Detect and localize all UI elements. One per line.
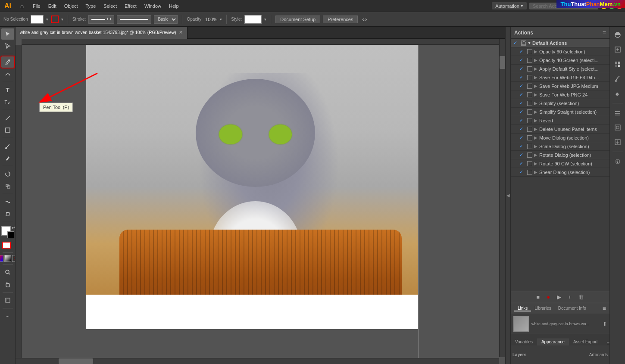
action-item-7[interactable]: ✓ ▶ Simplify (selection) xyxy=(511,99,609,108)
swap-colors-icon[interactable]: ⇄ xyxy=(12,225,15,230)
action-item-1[interactable]: ✓ ▶ Opacity 60 (selection) xyxy=(511,47,609,56)
none-mode-btn[interactable]: ✕ xyxy=(12,255,16,262)
panel-icon-1[interactable] xyxy=(611,28,624,41)
action-item-8[interactable]: ✓ ▶ Simplify Straight (selection) xyxy=(511,108,609,116)
actions-group-default[interactable]: ✓ ▾ Default Actions xyxy=(511,39,609,47)
touch-type-tool[interactable]: T↙ xyxy=(1,96,14,108)
line-tool[interactable] xyxy=(1,112,14,124)
action-item-11[interactable]: ✓ ▶ Move Dialog (selection) xyxy=(511,134,609,142)
horizontal-scrollbar-thumb[interactable] xyxy=(59,358,93,364)
zoom-tool[interactable] xyxy=(1,267,14,278)
action-item-14[interactable]: ✓ ▶ Rotate 90 CW (selection) xyxy=(511,159,609,168)
panel-icon-4[interactable] xyxy=(611,72,624,85)
stop-btn[interactable]: ■ xyxy=(534,293,541,301)
action-item-9[interactable]: ✓ ▶ Revert xyxy=(511,116,609,125)
menu-file[interactable]: File xyxy=(29,0,44,12)
menu-select[interactable]: Select xyxy=(100,0,120,12)
background-color[interactable] xyxy=(7,231,14,238)
asset-export-tab[interactable]: Asset Export xyxy=(569,338,602,345)
libraries-tab[interactable]: Libraries xyxy=(531,306,554,311)
action-item-15[interactable]: ✓ ▶ Shear Dialog (selection) xyxy=(511,168,609,177)
appearance-tab[interactable]: Appearance xyxy=(537,338,569,345)
panel-icon-9[interactable] xyxy=(611,155,624,168)
doc-setup-button[interactable]: Document Setup xyxy=(275,16,320,23)
delete-action-btn[interactable]: 🗑 xyxy=(577,293,586,301)
layers-label[interactable]: Layers xyxy=(512,352,526,357)
links-tab[interactable]: Links xyxy=(514,306,531,311)
vertical-scrollbar[interactable] xyxy=(499,39,505,357)
direct-selection-tool[interactable] xyxy=(1,40,14,52)
group-box[interactable] xyxy=(521,40,526,46)
gradient-mode-btn[interactable] xyxy=(4,255,11,262)
action-item-13[interactable]: ✓ ▶ Rotate Dialog (selection) xyxy=(511,151,609,159)
doc-info-tab[interactable]: Document Info xyxy=(555,306,590,311)
menu-object[interactable]: Object xyxy=(61,0,81,12)
new-action-btn[interactable]: + xyxy=(566,293,573,301)
scale-tool[interactable] xyxy=(1,180,14,192)
color-mode-btn[interactable] xyxy=(0,255,3,262)
warp-tool[interactable] xyxy=(1,196,14,208)
panel-icon-2[interactable] xyxy=(611,43,624,56)
tool-separator-7 xyxy=(3,222,13,222)
action-item-10[interactable]: ✓ ▶ Delete Unused Panel Items xyxy=(511,125,609,134)
more-tools[interactable]: ··· xyxy=(1,311,14,322)
pencil-tool[interactable] xyxy=(1,152,14,164)
style-box[interactable] xyxy=(244,15,262,24)
action-item-2[interactable]: ✓ ▶ Opacity 40 Screen (selecti... xyxy=(511,56,609,65)
panel-icon-7[interactable] xyxy=(611,121,624,134)
menu-help[interactable]: Help xyxy=(166,0,182,12)
variables-tab[interactable]: Variables xyxy=(511,338,537,345)
canvas-area: white-and-gray-cat-in-brown-woven-basket… xyxy=(16,27,505,364)
play-btn[interactable]: ▶ xyxy=(555,293,563,301)
menu-edit[interactable]: Edit xyxy=(45,0,60,12)
stroke-arrow-icon[interactable]: ▾ xyxy=(61,17,63,22)
rectangle-tool[interactable] xyxy=(1,124,14,136)
opacity-arrow-icon[interactable]: ▾ xyxy=(220,17,222,22)
action-item-12[interactable]: ✓ ▶ Scale Dialog (selection) xyxy=(511,142,609,151)
horizontal-scrollbar[interactable] xyxy=(16,358,499,364)
menu-window[interactable]: Window xyxy=(141,0,165,12)
stroke-color-box[interactable] xyxy=(51,16,59,23)
selection-tool[interactable] xyxy=(1,28,14,40)
vertical-scrollbar-thumb[interactable] xyxy=(500,56,505,69)
panel-icon-5[interactable]: ♣ xyxy=(611,87,624,100)
hand-tool[interactable] xyxy=(1,279,14,290)
color-boxes[interactable]: ⇄ xyxy=(1,226,14,238)
resize-icon[interactable]: ⇔ xyxy=(362,16,367,23)
free-distort-tool[interactable] xyxy=(1,208,14,220)
panel-icon-6[interactable] xyxy=(611,106,624,119)
link-embed-icon[interactable]: ⬆ xyxy=(603,321,607,327)
stroke-width-input[interactable]: ⬆⬇ xyxy=(88,15,114,24)
automation-button[interactable]: Automation ▾ xyxy=(492,2,527,9)
links-menu-icon[interactable]: ≡ xyxy=(603,305,606,312)
paintbrush-tool[interactable] xyxy=(1,140,14,152)
document-tab[interactable]: white-and-gray-cat-in-brown-woven-basket… xyxy=(16,27,188,39)
action-item-6[interactable]: ✓ ▶ Save For Web PNG 24 xyxy=(511,90,609,99)
pen-tool[interactable] xyxy=(1,56,14,68)
rotate-tool[interactable] xyxy=(1,168,14,180)
action-item-5[interactable]: ✓ ▶ Save For Web JPG Medium xyxy=(511,82,609,90)
group-expand-icon[interactable]: ▾ xyxy=(528,40,531,46)
stroke-style-selector[interactable] xyxy=(117,15,151,24)
panel-icon-8[interactable] xyxy=(611,136,624,149)
action-item-3[interactable]: ✓ ▶ Apply Default Style (select... xyxy=(511,65,609,73)
type-tool[interactable]: T xyxy=(1,84,14,96)
panel-icon-3[interactable] xyxy=(611,58,624,71)
menu-effect[interactable]: Effect xyxy=(121,0,140,12)
style-arrow-icon[interactable]: ▾ xyxy=(264,17,266,22)
action-item-4[interactable]: ✓ ▶ Save For Web GIF 64 Dith... xyxy=(511,73,609,82)
home-icon[interactable]: ⌂ xyxy=(17,1,27,11)
stroke-style-dropdown[interactable]: Basic xyxy=(154,15,178,24)
curvature-tool[interactable] xyxy=(1,68,14,80)
fill-arrow-icon[interactable]: ▾ xyxy=(46,17,48,22)
menu-type[interactable]: Type xyxy=(82,0,100,12)
tab-close-icon[interactable]: ✕ xyxy=(179,30,183,35)
stroke-preview[interactable] xyxy=(2,242,11,249)
actions-panel-menu-icon[interactable]: ≡ xyxy=(603,29,606,36)
preferences-button[interactable]: Preferences xyxy=(323,16,358,23)
record-btn[interactable]: ● xyxy=(545,293,552,301)
artboard-tool[interactable] xyxy=(1,295,14,306)
artboards-label[interactable]: Artboards xyxy=(589,352,608,357)
fill-color-box[interactable] xyxy=(31,15,44,24)
panel-collapse-button[interactable]: ◀ xyxy=(505,27,510,364)
